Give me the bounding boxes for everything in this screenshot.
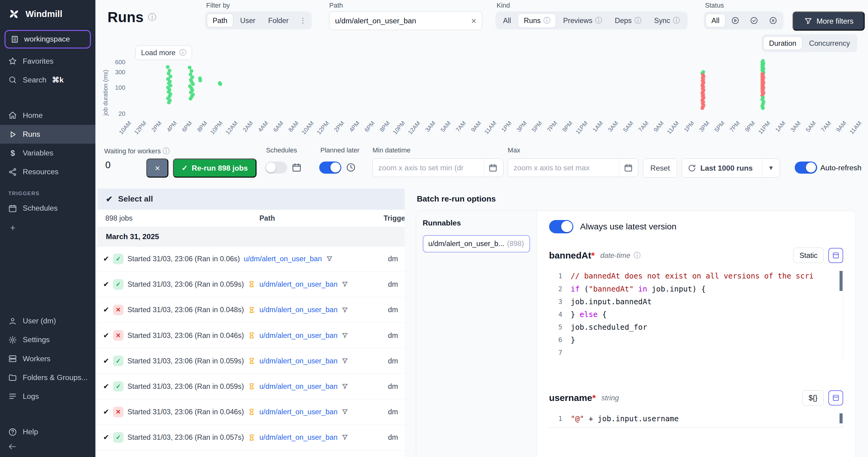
runnable-item[interactable]: u/dm/alert_on_user_b... (898) <box>423 235 530 253</box>
filter-by-path-icon[interactable] <box>326 255 333 262</box>
static-mode-button[interactable]: Static <box>793 248 824 263</box>
run-path-link[interactable]: u/dm/alert_on_user_ban <box>259 433 338 441</box>
tab-duration[interactable]: Duration <box>763 36 802 50</box>
run-row[interactable]: ✔✓Started 31/03, 23:06 (Ran in 0.057s)u/… <box>97 425 405 450</box>
run-dot[interactable] <box>166 65 169 68</box>
run-path-link[interactable]: u/dm/alert_on_user_ban <box>259 306 338 314</box>
run-path-link[interactable]: u/dm/alert_on_user_ban <box>259 408 338 416</box>
run-dot[interactable] <box>188 97 192 100</box>
kind-deps[interactable]: Depsⓘ <box>609 13 647 28</box>
sidebar-item-user[interactable]: User (dm) <box>0 312 95 330</box>
row-checkbox[interactable]: ✔ <box>103 433 109 441</box>
sidebar-item-schedules[interactable]: Schedules <box>0 199 95 218</box>
run-row[interactable]: ✔✓Started 31/03, 23:06 (Ran in 0.059s)u/… <box>97 450 405 457</box>
code-line[interactable]: 1// bannedAt does not exist on all versi… <box>549 270 843 282</box>
code-line[interactable]: 4} else { <box>549 308 843 321</box>
run-dot[interactable] <box>761 106 765 110</box>
filter-by-path-icon[interactable] <box>341 383 349 390</box>
row-checkbox[interactable]: ✔ <box>103 306 109 314</box>
runs-scatter-chart[interactable]: 10AM12PM2PM4PM6PM8PM10PM12AM2AM4AM6AM8AM… <box>129 53 868 142</box>
filter-by-path-icon[interactable] <box>341 281 349 288</box>
workspace-selector[interactable]: workingspace <box>4 30 91 49</box>
run-path-link[interactable]: u/dm/alert_on_user_ban <box>259 357 338 365</box>
row-checkbox[interactable]: ✔ <box>103 357 109 365</box>
row-checkbox[interactable]: ✔ <box>103 255 109 263</box>
filter-by-path-icon[interactable] <box>341 332 349 339</box>
sidebar-item-workers[interactable]: Workers <box>0 349 95 368</box>
select-all-bar[interactable]: ✔ Select all <box>97 189 405 210</box>
sidebar-item-home[interactable]: Home <box>0 106 95 125</box>
rerun-jobs-button[interactable]: ✓Re-run 898 jobs <box>173 159 256 177</box>
latest-version-toggle[interactable] <box>549 220 574 233</box>
filter-by-path-icon[interactable] <box>341 434 349 441</box>
editor-toggle-button[interactable] <box>828 248 843 263</box>
status-all[interactable]: All <box>706 13 725 27</box>
clear-selection-button[interactable]: × <box>146 159 168 177</box>
last-runs-dropdown[interactable]: Last 1000 runs ▼ <box>682 159 780 177</box>
sidebar-item-favorites[interactable]: Favorites <box>0 52 95 70</box>
kind-all[interactable]: All <box>497 13 517 27</box>
kind-previews[interactable]: Previewsⓘ <box>557 13 608 28</box>
sidebar-item-folders-groups[interactable]: Folders & Groups... <box>0 368 95 387</box>
run-dot[interactable] <box>190 69 193 73</box>
run-dot[interactable] <box>191 82 194 86</box>
info-icon[interactable]: ⓘ <box>148 12 156 23</box>
code-line[interactable]: 2if ("bannedAt" in job.input) { <box>549 283 843 295</box>
kind-sync[interactable]: Syncⓘ <box>648 13 686 28</box>
tab-concurrency[interactable]: Concurrency <box>803 36 856 50</box>
scrollbar-thumb[interactable] <box>840 413 842 423</box>
sidebar-item-search[interactable]: Search ⌘k <box>0 70 95 89</box>
code-editor-username[interactable]: 1"@" + job.input.username <box>549 412 843 428</box>
path-filter-input[interactable]: u/dm/alert_on_user_ban × <box>329 11 482 30</box>
add-trigger-button[interactable]: + <box>0 218 95 238</box>
status-running-filter[interactable] <box>726 14 744 27</box>
filter-by-path-icon[interactable] <box>341 408 349 416</box>
sidebar-item-variables[interactable]: $ Variables <box>0 144 95 163</box>
run-row[interactable]: ✔✕Started 31/03, 23:06 (Ran in 0.046s)u/… <box>97 399 405 425</box>
sidebar-item-logs[interactable]: Logs <box>0 387 95 406</box>
code-line[interactable]: 7 <box>549 346 843 359</box>
sidebar-item-runs[interactable]: Runs <box>0 125 95 144</box>
row-checkbox[interactable]: ✔ <box>103 280 109 288</box>
app-brand[interactable]: Windmill <box>0 0 95 25</box>
run-row[interactable]: ✔✓Started 31/03, 23:06 (Ran in 0.06s)u/d… <box>97 247 405 272</box>
run-dot[interactable] <box>167 101 170 104</box>
filter-by-user[interactable]: User <box>235 13 261 27</box>
code-line[interactable]: 3 job.input.bannedAt <box>549 295 843 308</box>
status-failure-filter[interactable] <box>764 14 782 27</box>
max-datetime-input[interactable]: zoom x axis to set max <box>507 159 639 177</box>
row-checkbox[interactable]: ✔ <box>103 382 109 391</box>
calendar-icon[interactable] <box>484 159 497 176</box>
editor-toggle-button[interactable] <box>828 390 843 405</box>
run-row[interactable]: ✔✕Started 31/03, 23:06 (Ran in 0.046s)u/… <box>97 323 405 348</box>
reset-button[interactable]: Reset <box>643 159 677 177</box>
run-path-link[interactable]: u/dm/alert_on_user_ban <box>259 382 338 391</box>
info-icon[interactable]: ⓘ <box>633 251 641 260</box>
kind-runs[interactable]: Runsⓘ <box>518 13 556 28</box>
filter-by-path-icon[interactable] <box>341 357 349 365</box>
min-datetime-input[interactable]: zoom x axis to set min (dr <box>373 159 503 177</box>
run-path-link[interactable]: u/dm/alert_on_user_ban <box>259 331 338 340</box>
filter-by-more-menu[interactable]: ⋮ <box>296 13 310 27</box>
run-path-link[interactable]: u/dm/alert_on_user_ban <box>259 280 338 288</box>
code-line[interactable]: 1"@" + job.input.username <box>549 412 843 425</box>
schedules-toggle[interactable] <box>265 162 287 174</box>
code-line[interactable]: 6} <box>549 334 843 346</box>
sidebar-item-help[interactable]: Help <box>0 423 95 441</box>
sidebar-item-settings[interactable]: Settings <box>0 330 95 349</box>
status-success-filter[interactable] <box>745 14 763 27</box>
code-line[interactable]: 5 job.scheduled_for <box>549 321 843 334</box>
row-checkbox[interactable]: ✔ <box>103 331 109 340</box>
run-path-link[interactable]: u/dm/alert_on_user_ban <box>244 255 322 263</box>
filter-by-folder[interactable]: Folder <box>262 13 294 27</box>
run-dot[interactable] <box>198 79 202 82</box>
sidebar-item-resources[interactable]: Resources <box>0 163 95 181</box>
collapse-sidebar-button[interactable] <box>0 441 95 457</box>
run-row[interactable]: ✔✓Started 31/03, 23:06 (Ran in 0.059s)u/… <box>97 348 405 374</box>
run-dot[interactable] <box>187 65 191 69</box>
more-filters-button[interactable]: More filters <box>793 11 865 30</box>
run-row[interactable]: ✔✕Started 31/03, 23:06 (Ran in 0.048s)u/… <box>97 297 405 323</box>
scrollbar-thumb[interactable] <box>840 271 842 291</box>
planned-later-toggle[interactable] <box>319 162 341 174</box>
run-row[interactable]: ✔✓Started 31/03, 23:06 (Ran in 0.059s)u/… <box>97 272 405 297</box>
